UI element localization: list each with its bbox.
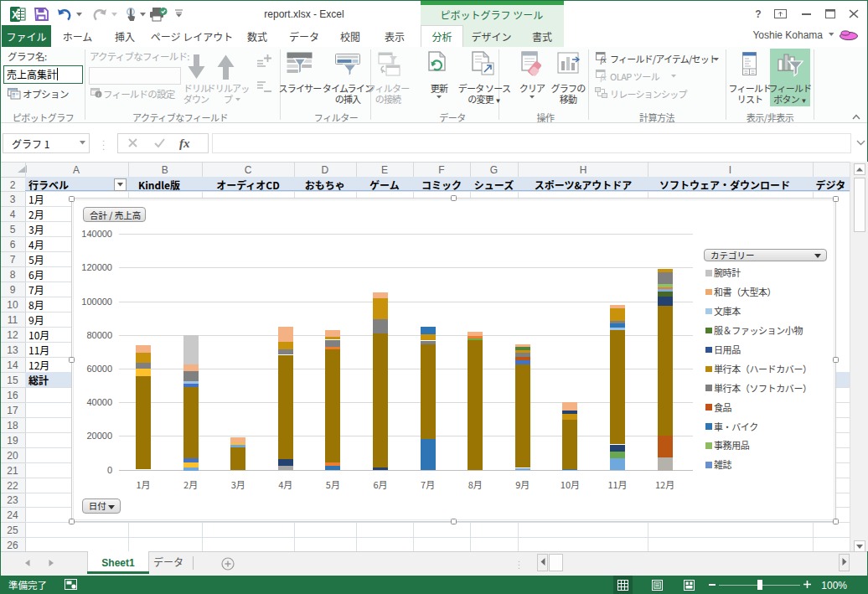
svg-text:X: X	[12, 9, 18, 21]
svg-text:?: ?	[755, 8, 761, 20]
svg-text:fx: fx	[600, 73, 607, 82]
svg-text:fx: fx	[600, 55, 607, 65]
svg-text:i: i	[98, 91, 100, 98]
